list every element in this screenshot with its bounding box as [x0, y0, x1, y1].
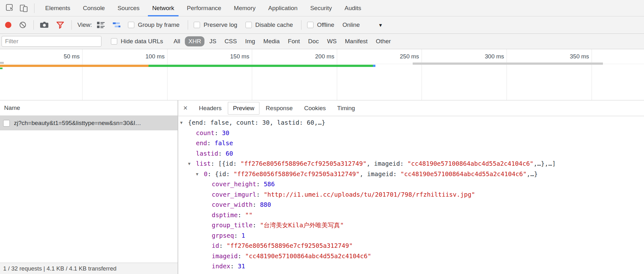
json-token: : [238, 211, 245, 219]
group-by-frame-checkbox[interactable] [128, 22, 134, 28]
clear-icon[interactable] [19, 21, 27, 29]
panel-tab[interactable]: Audits [338, 0, 368, 16]
json-tree-line[interactable]: ▼imageid: "cc48190e57100864abc4d55a2c410… [178, 251, 644, 262]
panel-tab[interactable]: Elements [39, 0, 76, 16]
disable-cache-checkbox[interactable] [246, 22, 252, 28]
overview-request-bar [149, 65, 373, 67]
filter-input[interactable] [2, 36, 101, 47]
details-tab[interactable]: Timing [332, 102, 360, 115]
resource-type-filter[interactable]: Other [372, 36, 394, 46]
resource-type-filter[interactable]: Font [284, 36, 303, 46]
resource-type-filter[interactable]: All [170, 36, 184, 46]
json-token: : [256, 181, 264, 188]
panel-tab-label: Elements [45, 5, 70, 12]
group-by-frame-option[interactable]: Group by frame [128, 21, 179, 28]
request-checkbox[interactable] [3, 120, 10, 127]
column-header-name[interactable]: Name [0, 100, 178, 116]
request-row[interactable]: zj?ch=beauty&t1=595&listtype=new&sn=30&l… [0, 116, 178, 130]
offline-label: Offline [317, 21, 334, 28]
json-token: "cc48190e57100864abc4d55a2c4104c6" [407, 160, 533, 167]
json-tree-line[interactable]: ▼cover_width: 880 [178, 200, 644, 210]
disable-cache-label: Disable cache [255, 21, 293, 28]
preserve-log-checkbox[interactable] [194, 22, 200, 28]
offline-checkbox[interactable] [307, 22, 313, 28]
json-tree-line[interactable]: ▼list: [{id: "ff276e8056f58896e7cf92505a… [178, 159, 644, 169]
timeline-gridline [167, 49, 167, 100]
panel-tab[interactable]: Sources [111, 0, 146, 16]
json-tree-line[interactable]: ▼end: false [178, 138, 644, 149]
resource-type-filter[interactable]: CSS [221, 36, 240, 46]
column-header-label: Name [4, 104, 20, 111]
json-tree-line[interactable]: ▼lastid: 60 [178, 149, 644, 159]
details-tab[interactable]: Response [261, 102, 298, 115]
json-tree-line[interactable]: ▼grpseq: 1 [178, 231, 644, 241]
hide-data-urls-checkbox[interactable] [111, 38, 117, 45]
resource-type-filter[interactable]: Media [260, 36, 283, 46]
json-tree-line[interactable]: ▼{end: false, count: 30, lastid: 60,…} [178, 118, 644, 128]
waterfall-icon[interactable] [112, 21, 121, 29]
json-tree-line[interactable]: ▼index: 31 [178, 261, 644, 272]
timeline-overview[interactable]: 50 ms 100 ms 150 ms 200 ms 250 ms 300 ms… [0, 49, 644, 100]
divider [34, 3, 34, 13]
details-tab-label: Preview [233, 105, 254, 111]
filter-funnel-icon[interactable] [56, 21, 64, 29]
timeline-tick-label: 100 ms [145, 49, 165, 64]
panel-tab[interactable]: Memory [228, 0, 262, 16]
json-token: , imageid: [367, 160, 407, 167]
json-tree-line[interactable]: ▼group_title: "台湾美女Kila户外唯美写真" [178, 220, 644, 231]
json-token: , imageid: [360, 170, 400, 178]
json-token: list [196, 160, 211, 167]
json-tree-line[interactable]: ▼cover_height: 586 [178, 179, 644, 190]
preserve-log-option[interactable]: Preserve log [194, 21, 237, 28]
details-tab[interactable]: Headers [194, 102, 227, 115]
json-token: "ff276e8056f58896e7cf92505a312749" [234, 170, 360, 178]
details-tab[interactable]: Cookies [299, 102, 331, 115]
device-toolbar-icon[interactable] [18, 3, 29, 14]
json-tree-line[interactable]: ▼dsptime: "" [178, 210, 644, 221]
json-tree-line[interactable]: ▼obj_imgurl: "…" [178, 272, 644, 274]
json-token: : [218, 150, 225, 157]
details-tab[interactable]: Preview [228, 102, 259, 115]
close-icon[interactable]: × [183, 104, 187, 112]
disclosure-triangle-icon[interactable]: ▼ [188, 159, 196, 169]
details-tab-label: Cookies [304, 105, 326, 111]
divider [33, 20, 34, 30]
panel-tab[interactable]: Console [76, 0, 111, 16]
large-rows-icon[interactable] [96, 21, 105, 29]
inspect-icon[interactable] [4, 3, 15, 14]
hide-data-urls-option[interactable]: Hide data URLs [111, 38, 163, 45]
panel-tab[interactable]: Application [262, 0, 304, 16]
json-tree-line[interactable]: ▼0: {id: "ff276e8056f58896e7cf92505a3127… [178, 169, 644, 180]
panel-tab-label: Console [83, 5, 105, 12]
overview-request-bar [0, 62, 4, 64]
offline-option[interactable]: Offline [307, 21, 334, 28]
json-tree-line[interactable]: ▼id: "ff276e8056f58896e7cf92505a312749" [178, 241, 644, 251]
json-token: ,…} [526, 170, 538, 178]
overview-request-bar [413, 63, 603, 65]
throttling-select[interactable]: Online [343, 21, 360, 28]
panel-tab[interactable]: Performance [180, 0, 228, 16]
json-token: : [{id: [211, 160, 240, 167]
json-token: : [207, 140, 214, 147]
panel-tab[interactable]: Network [146, 0, 181, 16]
disclosure-triangle-icon[interactable]: ▼ [180, 118, 188, 128]
resource-type-filter[interactable]: XHR [185, 36, 204, 46]
disclosure-triangle-icon[interactable]: ▼ [196, 169, 204, 180]
chevron-down-icon[interactable]: ▼ [378, 22, 383, 28]
resource-type-filter[interactable]: JS [206, 36, 220, 46]
record-button[interactable] [5, 22, 11, 28]
json-token: dsptime [212, 211, 238, 219]
panel-tab-label: Security [310, 5, 332, 12]
panel-tab[interactable]: Security [304, 0, 338, 16]
resource-type-filter[interactable]: Manifest [342, 36, 371, 46]
status-bar: 1 / 32 requests | 4.1 KB / 4.1 KB transf… [0, 263, 178, 274]
capture-screenshots-icon[interactable] [39, 21, 49, 29]
json-tree-line[interactable]: ▼cover_imgurl: "http://i1.umei.cc/upload… [178, 190, 644, 200]
json-token: 0 [204, 170, 208, 178]
resource-type-filter[interactable]: Img [242, 36, 259, 46]
json-tree-line[interactable]: ▼count: 30 [178, 128, 644, 139]
resource-type-filter[interactable]: WS [324, 36, 340, 46]
requests-panel: Name zj?ch=beauty&t1=595&listtype=new&sn… [0, 100, 178, 274]
resource-type-filter[interactable]: Doc [305, 36, 322, 46]
disable-cache-option[interactable]: Disable cache [246, 21, 293, 28]
